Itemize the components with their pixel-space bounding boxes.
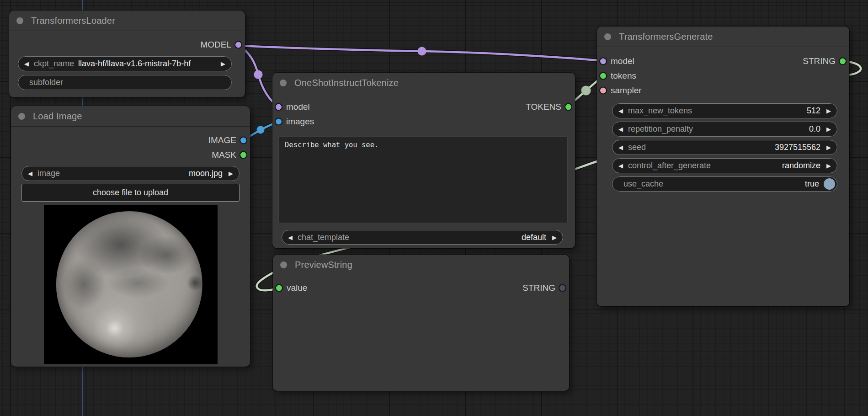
widget-value: moon.jpg [189, 169, 223, 178]
node-title: OneShotInstructTokenize [294, 78, 399, 88]
node-status-dot [18, 113, 25, 120]
widget-label: seed [628, 143, 646, 152]
widget-subfolder[interactable]: subfolder [18, 75, 232, 90]
graph-canvas[interactable]: { "icons": { "left_arrow": "◀", "right_a… [0, 0, 868, 416]
output-label-string: STRING [522, 283, 555, 293]
output-dot-model[interactable] [234, 41, 242, 49]
widget-control-after-generate[interactable]: ◀ control_after_generate randomize ▶ [612, 158, 837, 173]
node-title: PreviewString [295, 260, 352, 270]
widget-repetition-penalty[interactable]: ◀ repetition_penalty 0.0 ▶ [612, 122, 837, 137]
widget-image[interactable]: ◀ image moon.jpg ▶ [21, 166, 240, 181]
node-title-bar[interactable]: TransformersLoader [9, 11, 245, 31]
node-title-bar[interactable]: Load Image [11, 106, 250, 127]
widget-use-cache[interactable]: use_cache true [612, 176, 837, 192]
output-label-tokens: TOKENS [526, 102, 561, 112]
slot-row: IMAGE [11, 133, 250, 148]
node-title: Load Image [33, 111, 82, 122]
prompt-textarea[interactable]: Describe what you see. [278, 136, 568, 223]
input-dot-model[interactable] [275, 103, 282, 111]
node-title-bar[interactable]: PreviewString [273, 255, 569, 275]
input-dot-tokens[interactable] [599, 72, 607, 80]
wire-model-to-generate [239, 46, 603, 61]
widget-label: image [37, 169, 60, 178]
slot-row: tokens [597, 69, 849, 83]
widget-label: subfolder [29, 78, 63, 87]
node-transformers-loader[interactable]: TransformersLoader MODEL ◀ ckpt_name lla… [9, 11, 245, 97]
input-label-model: model [286, 102, 310, 112]
choose-file-button[interactable]: choose file to upload [21, 184, 240, 202]
input-dot-sampler[interactable] [599, 87, 607, 95]
widget-value: 512 [807, 106, 820, 116]
widget-label: max_new_tokens [628, 106, 692, 116]
output-dot-string[interactable] [839, 58, 847, 65]
output-dot-image[interactable] [240, 137, 247, 144]
node-title: TransformersGenerate [619, 32, 713, 42]
image-preview [44, 205, 218, 364]
decrement-arrow-icon[interactable]: ◀ [618, 126, 623, 132]
output-dot-string[interactable] [559, 284, 566, 292]
node-status-dot [604, 33, 611, 40]
output-dot-mask[interactable] [240, 151, 247, 159]
input-label-value: value [287, 283, 307, 293]
wire-model-to-generate-outline [239, 46, 603, 61]
increment-arrow-icon[interactable]: ▶ [221, 61, 225, 67]
input-dot-value[interactable] [275, 284, 283, 292]
output-dot-tokens[interactable] [564, 103, 572, 111]
widget-value: true [805, 179, 819, 189]
decrement-arrow-icon[interactable]: ◀ [28, 171, 32, 176]
input-label-sampler: sampler [611, 85, 642, 96]
node-status-dot [280, 80, 287, 86]
wire-dot-image[interactable] [257, 126, 265, 134]
wire-dot-model-generate[interactable] [418, 47, 426, 56]
input-dot-model[interactable] [599, 58, 607, 65]
increment-arrow-icon[interactable]: ▶ [826, 163, 831, 169]
slot-row: value STRING [273, 281, 569, 295]
slot-row: images [272, 114, 575, 129]
decrement-arrow-icon[interactable]: ◀ [618, 144, 623, 150]
widget-label: chat_template [298, 233, 349, 242]
widget-label: ckpt_name [34, 59, 74, 69]
widget-label: repetition_penalty [628, 124, 693, 134]
output-label-string: STRING [803, 56, 836, 66]
node-transformers-generate[interactable]: TransformersGenerate model STRING tokens… [597, 27, 849, 306]
decrement-arrow-icon[interactable]: ◀ [618, 108, 623, 114]
widget-value: 0.0 [809, 124, 820, 134]
node-preview-string[interactable]: PreviewString value STRING [273, 255, 569, 391]
slot-row: sampler [597, 83, 849, 98]
widget-value: 3927515562 [775, 143, 820, 152]
widget-seed[interactable]: ◀ seed 3927515562 ▶ [612, 140, 837, 155]
moon-image [56, 211, 202, 357]
slot-row: MODEL [9, 37, 245, 52]
decrement-arrow-icon[interactable]: ◀ [618, 163, 623, 169]
input-dot-images[interactable] [275, 118, 282, 126]
increment-arrow-icon[interactable]: ▶ [229, 171, 233, 176]
node-status-dot [16, 17, 23, 24]
output-label-model: MODEL [200, 40, 231, 50]
increment-arrow-icon[interactable]: ▶ [826, 108, 831, 114]
widget-value: default [522, 233, 546, 242]
wire-dot-tokens[interactable] [581, 86, 591, 96]
widget-max-new-tokens[interactable]: ◀ max_new_tokens 512 ▶ [612, 103, 837, 118]
node-status-dot [280, 261, 287, 268]
increment-arrow-icon[interactable]: ▶ [826, 144, 831, 150]
decrement-arrow-icon[interactable]: ◀ [288, 235, 293, 240]
widget-value: randomize [782, 161, 820, 171]
node-load-image[interactable]: Load Image IMAGE MASK ◀ image moon.jpg ▶… [11, 106, 250, 367]
widget-chat-template[interactable]: ◀ chat_template default ▶ [282, 230, 563, 245]
increment-arrow-icon[interactable]: ▶ [826, 126, 831, 132]
node-title-bar[interactable]: OneShotInstructTokenize [272, 73, 575, 93]
input-label-tokens: tokens [611, 71, 636, 81]
output-label-mask: MASK [212, 150, 236, 160]
node-title-bar[interactable]: TransformersGenerate [597, 27, 849, 47]
widget-label: use_cache [623, 179, 663, 189]
use-cache-toggle-icon[interactable] [824, 178, 835, 190]
decrement-arrow-icon[interactable]: ◀ [24, 61, 29, 67]
input-label-images: images [286, 117, 314, 127]
wire-dot-model-tokenize[interactable] [254, 70, 263, 79]
increment-arrow-icon[interactable]: ▶ [552, 235, 557, 240]
widget-ckpt-name[interactable]: ◀ ckpt_name llava-hf/llava-v1.6-mistral-… [18, 56, 232, 71]
input-label-model: model [611, 56, 634, 66]
slot-row: model STRING [597, 54, 849, 69]
widget-label: control_after_generate [628, 161, 711, 171]
node-one-shot-instruct-tokenize[interactable]: OneShotInstructTokenize model TOKENS ima… [272, 73, 575, 248]
